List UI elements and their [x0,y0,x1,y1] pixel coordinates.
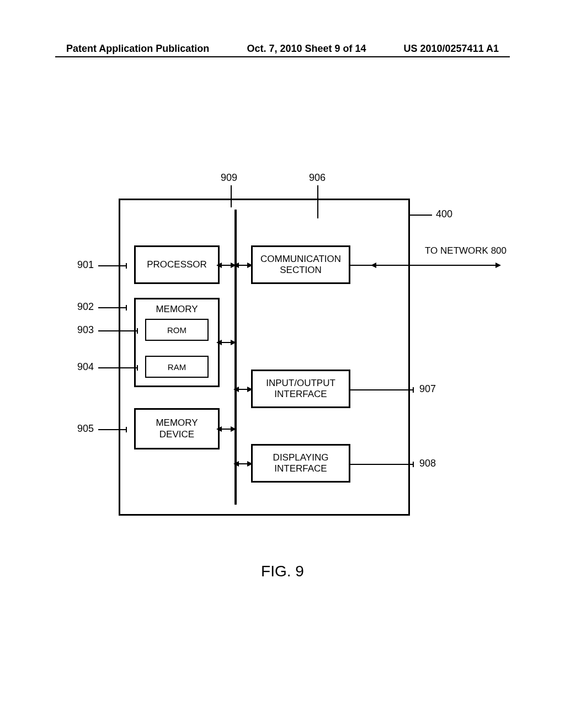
leader-904 [98,367,138,368]
arrow-io-bus-l [233,387,239,392]
tick-901 [126,263,127,269]
memory-label: MEMORY [156,304,198,315]
arrow-io-bus-r [247,387,253,392]
ref-label-907: 907 [419,383,436,395]
io-label: INPUT/OUTPUT INTERFACE [266,378,335,400]
tick-903 [137,328,138,334]
header-center: Oct. 7, 2010 Sheet 9 of 14 [247,43,366,55]
ref-label-902: 902 [77,301,94,313]
io-interface-block: INPUT/OUTPUT INTERFACE [251,370,350,408]
ram-block: RAM [145,356,209,378]
page-header: Patent Application Publication Oct. 7, 2… [0,43,565,55]
arrow-comm-bus-r [247,263,253,268]
tick-904 [137,365,138,371]
processor-block: PROCESSOR [134,245,220,284]
to-network-label: TO NETWORK 800 [425,245,507,256]
leader-905 [98,429,127,430]
tick-907 [413,387,414,393]
processor-label: PROCESSOR [147,259,207,270]
ref-label-908: 908 [419,458,436,469]
ref-label-400: 400 [436,208,452,220]
leader-903 [98,330,138,331]
arrow-memdev-bus-l [216,426,222,432]
tick-908 [413,462,414,467]
leader-907 [350,389,414,390]
figure-9-diagram: 909 906 400 TO NETWORK 800 PROCESSOR 901… [0,165,565,552]
arrow-mem-bus-l [216,340,222,345]
leader-908 [350,464,414,465]
ref-label-906: 906 [309,172,326,184]
arrow-comm-bus-l [233,263,239,268]
figure-caption: FIG. 9 [0,563,565,580]
rom-block: ROM [145,319,209,341]
ref-label-901: 901 [77,259,94,271]
ref-label-909: 909 [221,172,237,184]
ref-label-903: 903 [77,324,94,336]
network-arrow-head-r [495,263,501,268]
communication-section-block: COMMUNICATION SECTION [251,245,350,284]
header-right: US 2010/0257411 A1 [404,43,499,55]
comm-label: COMMUNICATION SECTION [260,254,341,276]
ref-label-904: 904 [77,361,94,373]
header-left: Patent Application Publication [66,43,209,55]
ram-label: RAM [168,362,186,372]
header-rule [55,56,510,57]
leader-902 [98,307,127,308]
tick-905 [126,427,127,432]
arrow-disp-bus-r [247,461,253,467]
rom-label: ROM [167,325,186,335]
leader-901 [98,265,127,266]
arrow-disp-bus-l [233,461,239,467]
arrow-memdev-bus-r [231,426,236,432]
leader-400 [410,215,432,216]
system-bus-909 [234,210,237,505]
memory-device-block: MEMORY DEVICE [134,408,220,449]
displaying-interface-block: DISPLAYING INTERFACE [251,444,350,483]
tick-902 [126,305,127,311]
arrow-comm-net [350,265,375,266]
display-label: DISPLAYING INTERFACE [273,452,329,475]
ref-label-905: 905 [77,423,94,435]
arrow-mem-bus-r [231,340,236,345]
arrow-proc-bus-l [216,263,222,268]
memory-device-label: MEMORY DEVICE [156,417,198,440]
